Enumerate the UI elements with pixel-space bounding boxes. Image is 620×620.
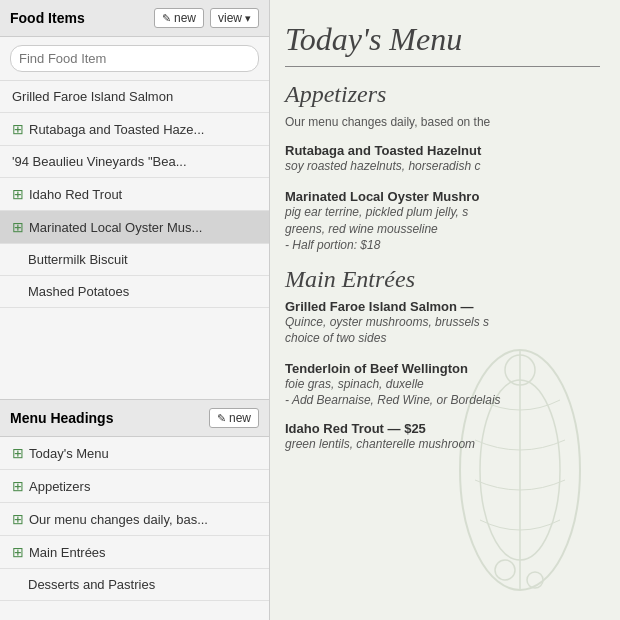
- list-item[interactable]: ⊞ Rutabaga and Toasted Haze...: [0, 113, 269, 146]
- appetizers-intro: Our menu changes daily, based on the: [285, 114, 600, 131]
- menu-item-name: Rutabaga and Toasted Hazelnut: [285, 143, 600, 158]
- menu-item-name: Marinated Local Oyster Mushro: [285, 189, 600, 204]
- menu-item-desc: Quince, oyster mushrooms, brussels schoi…: [285, 314, 600, 348]
- food-items-header: Food Items ✎ new view ▾: [0, 0, 269, 37]
- menu-icon: ⊞: [12, 478, 24, 494]
- menu-item-trout: Idaho Red Trout — $25 green lentils, cha…: [285, 421, 600, 453]
- menu-main-title: Today's Menu: [285, 20, 600, 58]
- food-items-list: Grilled Faroe Island Salmon ⊞ Rutabaga a…: [0, 81, 269, 400]
- appetizers-section: Appetizers Our menu changes daily, based…: [285, 81, 600, 251]
- search-bar-container: [0, 37, 269, 81]
- chevron-down-icon: ▾: [245, 12, 251, 25]
- menu-divider: [285, 66, 600, 67]
- list-item[interactable]: Buttermilk Biscuit: [0, 244, 269, 276]
- menu-icon: ⊞: [12, 511, 24, 527]
- menu-headings-section: Menu Headings ✎ new ⊞ Today's Menu ⊞ App…: [0, 400, 269, 620]
- menu-item-name: Tenderloin of Beef Wellington: [285, 361, 600, 376]
- menu-item-rutabaga: Rutabaga and Toasted Hazelnut soy roaste…: [285, 143, 600, 175]
- food-items-view-button[interactable]: view ▾: [210, 8, 259, 28]
- menu-icon: ⊞: [12, 186, 24, 202]
- edit-icon: ✎: [162, 12, 171, 25]
- menu-item-desc: soy roasted hazelnuts, horseradish c: [285, 158, 600, 175]
- list-item[interactable]: Grilled Faroe Island Salmon: [0, 81, 269, 113]
- left-panel: Food Items ✎ new view ▾ Grilled Faroe Is…: [0, 0, 270, 620]
- right-panel: Today's Menu Appetizers Our menu changes…: [270, 0, 620, 620]
- menu-headings-list: ⊞ Today's Menu ⊞ Appetizers ⊞ Our menu c…: [0, 437, 269, 620]
- main-entrees-section: Main Entrées Grilled Faroe Island Salmon…: [285, 266, 600, 453]
- list-item[interactable]: ⊞ Our menu changes daily, bas...: [0, 503, 269, 536]
- menu-item-wellington: Tenderloin of Beef Wellington foie gras,…: [285, 361, 600, 407]
- list-item[interactable]: ⊞ Today's Menu: [0, 437, 269, 470]
- menu-item-salmon: Grilled Faroe Island Salmon — Quince, oy…: [285, 299, 600, 348]
- food-items-title: Food Items: [10, 10, 148, 26]
- menu-headings-title: Menu Headings: [10, 410, 203, 426]
- menu-item-name: Grilled Faroe Island Salmon —: [285, 299, 600, 314]
- main-entrees-heading: Main Entrées: [285, 266, 600, 293]
- list-item[interactable]: ⊞ Appetizers: [0, 470, 269, 503]
- list-item[interactable]: Desserts and Pastries: [0, 569, 269, 601]
- menu-item-desc: green lentils, chanterelle mushroom: [285, 436, 600, 453]
- menu-headings-header: Menu Headings ✎ new: [0, 400, 269, 437]
- appetizers-heading: Appetizers: [285, 81, 600, 108]
- menu-icon: ⊞: [12, 219, 24, 235]
- svg-point-4: [495, 560, 515, 580]
- menu-item-name: Idaho Red Trout — $25: [285, 421, 600, 436]
- menu-icon: ⊞: [12, 121, 24, 137]
- menu-item-note: - Add Bearnaise, Red Wine, or Bordelais: [285, 393, 600, 407]
- menu-item-desc: pig ear terrine, pickled plum jelly, sgr…: [285, 204, 600, 238]
- edit-icon: ✎: [217, 412, 226, 425]
- list-item[interactable]: ⊞ Main Entrées: [0, 536, 269, 569]
- search-input[interactable]: [10, 45, 259, 72]
- list-item[interactable]: ⊞ Idaho Red Trout: [0, 178, 269, 211]
- menu-icon: ⊞: [12, 544, 24, 560]
- list-item[interactable]: ⊞ Marinated Local Oyster Mus...: [0, 211, 269, 244]
- menu-headings-new-button[interactable]: ✎ new: [209, 408, 259, 428]
- menu-icon: ⊞: [12, 445, 24, 461]
- food-items-new-button[interactable]: ✎ new: [154, 8, 204, 28]
- menu-item-note: - Half portion: $18: [285, 238, 600, 252]
- menu-item-oyster: Marinated Local Oyster Mushro pig ear te…: [285, 189, 600, 252]
- list-item[interactable]: '94 Beaulieu Vineyards "Bea...: [0, 146, 269, 178]
- list-item[interactable]: Mashed Potatoes: [0, 276, 269, 308]
- svg-point-5: [527, 572, 543, 588]
- menu-item-desc: foie gras, spinach, duxelle: [285, 376, 600, 393]
